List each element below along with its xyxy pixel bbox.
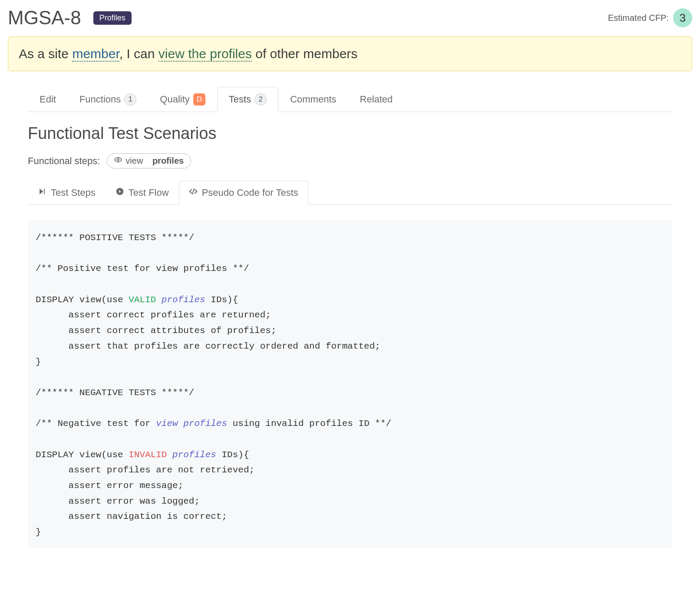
tab-functions-count: 1 — [124, 93, 136, 106]
page-title: MGSA-8 — [8, 7, 81, 29]
tab-quality-grade: D — [193, 93, 205, 106]
tab-edit[interactable]: Edit — [28, 87, 68, 112]
step-chip-object: profiles — [152, 156, 184, 166]
code-em: profiles — [172, 450, 216, 460]
cfp-value-badge: 3 — [673, 8, 692, 27]
functional-steps-label: Functional steps: — [28, 155, 100, 167]
eye-icon — [114, 156, 122, 166]
code-invalid-keyword: INVALID — [129, 450, 167, 460]
code-line: } — [36, 527, 41, 537]
subtab-steps-label: Test Steps — [51, 187, 96, 198]
code-line: /** Positive test for view profiles **/ — [36, 264, 249, 274]
code-icon — [189, 187, 198, 198]
code-em: profiles — [162, 295, 205, 305]
section-title: Functional Test Scenarios — [28, 124, 672, 143]
functional-steps-row: Functional steps: view profiles — [28, 153, 672, 168]
story-action-link[interactable]: view the profiles — [158, 46, 252, 62]
tab-quality[interactable]: Quality D — [148, 87, 217, 112]
svg-point-0 — [117, 159, 119, 161]
code-line: /** Negative test for — [36, 419, 156, 429]
tab-functions-label: Functions — [79, 94, 121, 105]
page-header: MGSA-8 Profiles Estimated CFP: 3 — [8, 7, 692, 29]
story-role-link[interactable]: member — [72, 46, 119, 62]
code-line: IDs){ — [205, 295, 238, 305]
tab-comments[interactable]: Comments — [278, 87, 348, 112]
tab-quality-label: Quality — [160, 94, 189, 105]
code-space — [167, 450, 172, 460]
step-forward-icon — [38, 187, 46, 198]
code-line: using invalid profiles ID **/ — [227, 419, 391, 429]
tab-tests-count: 2 — [254, 93, 267, 106]
story-mid: , I can — [119, 46, 158, 61]
code-line: DISPLAY view(use — [36, 450, 129, 460]
code-line: assert navigation is correct; — [36, 511, 227, 521]
subtab-test-flow[interactable]: Test Flow — [106, 181, 179, 205]
story-suffix: of other members — [252, 46, 357, 61]
code-line: /****** NEGATIVE TESTS *****/ — [36, 388, 194, 398]
header-left: MGSA-8 Profiles — [8, 7, 132, 29]
tab-related[interactable]: Related — [348, 87, 405, 112]
test-subtabs: Test Steps Test Flow Pseudo Code for Tes… — [28, 181, 672, 205]
tab-tests-label: Tests — [229, 94, 251, 105]
tab-related-label: Related — [360, 94, 393, 105]
cfp-label: Estimated CFP: — [608, 13, 669, 23]
code-em: view profiles — [156, 419, 227, 429]
code-line: assert error message; — [36, 481, 183, 491]
code-space — [156, 295, 162, 305]
code-line: /****** POSITIVE TESTS *****/ — [36, 233, 194, 243]
tab-tests[interactable]: Tests 2 — [217, 87, 278, 112]
tab-comments-label: Comments — [290, 94, 336, 105]
main-content: Edit Functions 1 Quality D Tests 2 Comme… — [8, 87, 692, 548]
header-right: Estimated CFP: 3 — [608, 8, 692, 27]
subtab-pseudo-label: Pseudo Code for Tests — [202, 187, 298, 198]
step-chip-view-profiles[interactable]: view profiles — [107, 153, 191, 168]
code-line: IDs){ — [216, 450, 249, 460]
subtab-flow-label: Test Flow — [129, 187, 169, 198]
user-story-banner: As a site member, I can view the profile… — [8, 36, 692, 71]
code-line: assert profiles are not retrieved; — [36, 465, 254, 475]
subtab-pseudo-code[interactable]: Pseudo Code for Tests — [179, 181, 308, 205]
code-valid-keyword: VALID — [129, 295, 156, 305]
subtab-test-steps[interactable]: Test Steps — [28, 181, 106, 205]
step-chip-action: view — [125, 156, 143, 166]
code-line: assert that profiles are correctly order… — [36, 341, 380, 351]
main-tabs: Edit Functions 1 Quality D Tests 2 Comme… — [28, 87, 672, 112]
code-line: DISPLAY view(use — [36, 295, 129, 305]
code-line: assert correct profiles are returned; — [36, 310, 271, 320]
code-line: assert error was logged; — [36, 496, 200, 506]
arrow-circle-right-icon — [116, 187, 124, 198]
tab-functions[interactable]: Functions 1 — [68, 87, 148, 112]
code-line: } — [36, 357, 41, 367]
profiles-badge[interactable]: Profiles — [93, 11, 132, 25]
tab-edit-label: Edit — [40, 94, 56, 105]
code-line: assert correct attributes of profiles; — [36, 326, 277, 336]
pseudo-code-block: /****** POSITIVE TESTS *****/ /** Positi… — [28, 220, 672, 548]
story-prefix: As a site — [19, 46, 72, 61]
